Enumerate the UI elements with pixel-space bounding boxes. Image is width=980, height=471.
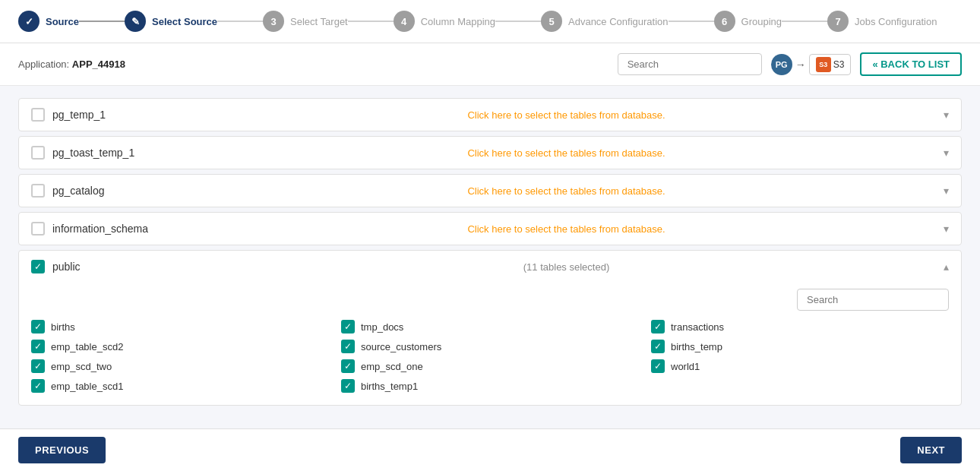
- table-item-births: births: [31, 320, 329, 333]
- table-name-transactions: transactions: [671, 321, 724, 333]
- schema-row-pg-toast-temp-1[interactable]: pg_toast_temp_1 Click here to select the…: [19, 137, 961, 169]
- tables-body: births tmp_docs transactions emp_table_s…: [19, 283, 961, 405]
- step-2-circle: ✎: [125, 11, 146, 32]
- step-7-circle: 7: [827, 11, 849, 32]
- table-item-tmp-docs: tmp_docs: [341, 320, 639, 333]
- back-to-list-button[interactable]: « BACK TO LIST: [860, 52, 962, 76]
- table-item-emp-scd-one: emp_scd_one: [341, 359, 639, 373]
- schema-pg-temp-1: pg_temp_1 Click here to select the table…: [18, 98, 962, 131]
- step-1[interactable]: ✓ Source: [18, 11, 79, 32]
- table-name-source-customers: source_customers: [361, 341, 441, 352]
- table-name-emp-scd-two: emp_scd_two: [51, 361, 112, 372]
- checkbox-pg-catalog[interactable]: [31, 184, 45, 198]
- chevron-down-icon: ▾: [944, 223, 949, 235]
- checkbox-emp-scd-one[interactable]: [341, 359, 355, 373]
- checkbox-transactions[interactable]: [651, 320, 665, 333]
- stepper: ✓ Source ✎ Select Source 3 Select Target…: [0, 0, 980, 43]
- chevron-down-icon: ▾: [944, 109, 949, 121]
- table-name-tmp-docs: tmp_docs: [361, 321, 403, 333]
- schema-row-information-schema[interactable]: information_schema Click here to select …: [19, 213, 961, 245]
- selected-count: (11 tables selected): [197, 261, 936, 273]
- schema-hint-pg-temp-1: Click here to select the tables from dat…: [197, 109, 936, 121]
- chevron-down-icon: ▾: [944, 185, 949, 197]
- checkbox-tmp-docs[interactable]: [341, 320, 355, 333]
- s3-label: S3: [833, 59, 845, 70]
- step-4[interactable]: 4 Column Mapping: [394, 11, 495, 32]
- checkbox-source-customers[interactable]: [341, 340, 355, 353]
- connector-4-5: [495, 21, 541, 22]
- connector-3-4: [348, 21, 394, 22]
- table-item-births-temp: births_temp: [651, 340, 949, 353]
- step-2-label: Select Source: [152, 16, 217, 27]
- previous-button[interactable]: PREVIOUS: [18, 437, 106, 463]
- app-name: APP_44918: [72, 58, 125, 70]
- db-icons: PG → S3 S3: [771, 54, 852, 75]
- step-1-circle: ✓: [18, 11, 40, 32]
- connector-5-6: [669, 21, 714, 22]
- checkbox-pg-toast-temp-1[interactable]: [31, 146, 45, 160]
- chevron-down-icon: ▾: [944, 147, 949, 159]
- step-5-circle: 5: [541, 11, 562, 32]
- header-right: PG → S3 S3 « BACK TO LIST: [618, 52, 962, 76]
- table-item-transactions: transactions: [651, 320, 949, 333]
- step-7[interactable]: 7 Jobs Configuration: [827, 11, 937, 32]
- search-input[interactable]: [618, 53, 762, 75]
- schema-row-pg-catalog[interactable]: pg_catalog Click here to select the tabl…: [19, 175, 961, 207]
- app-label: Application: APP_44918: [18, 58, 125, 70]
- table-name-emp-scd-one: emp_scd_one: [361, 361, 423, 372]
- table-name-emp-table-scd2: emp_table_scd2: [51, 341, 123, 352]
- checkbox-births[interactable]: [31, 320, 45, 333]
- schema-row-public[interactable]: public (11 tables selected) ▴: [19, 251, 961, 283]
- header-bar: Application: APP_44918 PG → S3 S3 « BACK…: [0, 43, 980, 86]
- next-button[interactable]: NEXT: [900, 437, 962, 463]
- schema-hint-pg-toast-temp-1: Click here to select the tables from dat…: [197, 147, 936, 159]
- checkbox-emp-scd-two[interactable]: [31, 359, 45, 373]
- table-item-source-customers: source_customers: [341, 340, 639, 353]
- schema-information-schema: information_schema Click here to select …: [18, 212, 962, 245]
- s3-target: S3 S3: [809, 54, 852, 75]
- table-item-births-temp1: births_temp1: [341, 379, 639, 393]
- checkbox-information-schema[interactable]: [31, 222, 45, 236]
- table-name-births-temp: births_temp: [671, 341, 722, 352]
- table-name-births-temp1: births_temp1: [361, 381, 418, 392]
- checkbox-world1[interactable]: [651, 359, 665, 373]
- table-item-emp-table-scd1: emp_table_scd1: [31, 379, 329, 393]
- schema-name-pg-toast-temp-1: pg_toast_temp_1: [52, 147, 189, 159]
- step-2[interactable]: ✎ Select Source: [125, 11, 217, 32]
- step-5[interactable]: 5 Advance Configuration: [541, 11, 669, 32]
- arrow-icon: →: [795, 58, 806, 71]
- checkbox-pg-temp-1[interactable]: [31, 108, 45, 122]
- table-name-emp-table-scd1: emp_table_scd1: [51, 381, 123, 392]
- connector-6-7: [782, 21, 827, 22]
- table-name-births: births: [51, 321, 75, 333]
- schema-row-pg-temp-1[interactable]: pg_temp_1 Click here to select the table…: [19, 99, 961, 131]
- postgres-icon: PG: [771, 54, 792, 75]
- search-tables-input[interactable]: [797, 289, 949, 311]
- checkbox-births-temp1[interactable]: [341, 379, 355, 393]
- step-4-label: Column Mapping: [421, 16, 495, 27]
- table-item-emp-scd-two: emp_scd_two: [31, 359, 329, 373]
- step-6-label: Grouping: [741, 16, 782, 27]
- checkbox-emp-table-scd1[interactable]: [31, 379, 45, 393]
- search-tables-container: [31, 289, 949, 311]
- schema-public: public (11 tables selected) ▴ births tmp…: [18, 250, 962, 406]
- step-3-label: Select Target: [290, 16, 348, 27]
- step-6[interactable]: 6 Grouping: [714, 11, 782, 32]
- table-item-emp-table-scd2: emp_table_scd2: [31, 340, 329, 353]
- connector-2-3: [217, 21, 263, 22]
- checkbox-emp-table-scd2[interactable]: [31, 340, 45, 353]
- schema-name-pg-catalog: pg_catalog: [52, 185, 189, 197]
- checkbox-births-temp[interactable]: [651, 340, 665, 353]
- step-7-label: Jobs Configuration: [855, 16, 937, 27]
- footer: PREVIOUS NEXT: [0, 428, 980, 471]
- step-1-label: Source: [46, 16, 79, 27]
- schema-name-pg-temp-1: pg_temp_1: [52, 109, 189, 121]
- tables-grid: births tmp_docs transactions emp_table_s…: [31, 320, 949, 393]
- checkbox-public[interactable]: [31, 260, 45, 273]
- schema-name-public: public: [52, 261, 189, 273]
- table-item-world1: world1: [651, 359, 949, 373]
- schema-hint-information-schema: Click here to select the tables from dat…: [197, 223, 936, 235]
- connector-1-2: [79, 21, 125, 22]
- step-3[interactable]: 3 Select Target: [263, 11, 348, 32]
- schema-hint-pg-catalog: Click here to select the tables from dat…: [197, 185, 936, 197]
